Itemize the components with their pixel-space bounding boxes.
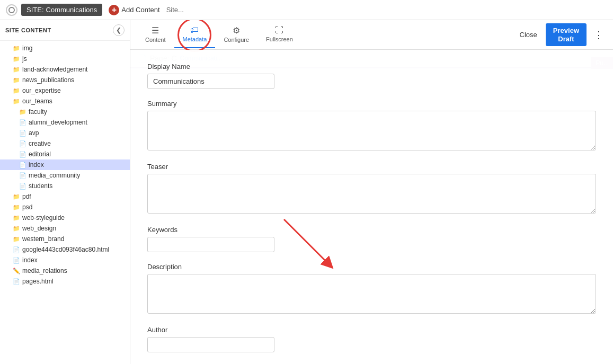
app-logo xyxy=(4,3,19,17)
sidebar-title: SITE CONTENT xyxy=(5,27,51,33)
sidebar-tree-item[interactable]: 📁web-styleguide xyxy=(0,212,130,223)
content-tab-icon: ☰ xyxy=(152,25,159,35)
sidebar: SITE CONTENT ❮ 📁img📁js📁land-acknowledgem… xyxy=(0,20,130,364)
summary-label: Summary xyxy=(147,100,596,108)
teaser-label: Teaser xyxy=(147,163,596,171)
add-content-label: Add Content xyxy=(121,6,159,14)
doc-icon: 📄 xyxy=(19,172,26,179)
keywords-input[interactable] xyxy=(147,237,274,252)
sidebar-tree-item[interactable]: 📄google4443cd093f46ac80.html xyxy=(0,244,130,255)
tree-item-label: media_community xyxy=(29,172,80,179)
sidebar-tree-item[interactable]: 📁our_teams xyxy=(0,96,130,106)
tab-metadata[interactable]: 🏷Metadata xyxy=(174,21,216,48)
tab-configure[interactable]: ⚙Configure xyxy=(215,21,257,48)
tree-item-label: news_publications xyxy=(22,76,74,84)
fullscreen-tab-label: Fullscreen xyxy=(266,36,293,42)
display-name-input[interactable] xyxy=(147,74,274,89)
site-prefix: SITE: xyxy=(26,6,44,14)
tree-item-label: psd xyxy=(22,203,32,211)
folder-icon: 📁 xyxy=(13,77,20,84)
author-label: Author xyxy=(147,326,596,334)
svg-point-1 xyxy=(9,7,14,13)
tree-item-label: editorial xyxy=(29,150,51,158)
sidebar-tree: 📁img📁js📁land-acknowledgement📁news_public… xyxy=(0,41,130,289)
file-icon: 📄 xyxy=(13,257,20,264)
sidebar-tree-item[interactable]: 📁our_expertise xyxy=(0,85,130,96)
sidebar-tree-item[interactable]: 📁js xyxy=(0,54,130,64)
doc-icon: 📄 xyxy=(19,140,26,147)
site-selector[interactable]: SITE: Communications xyxy=(21,4,102,16)
tree-item-label: creative xyxy=(29,140,51,147)
sidebar-tree-item[interactable]: 📄media_community xyxy=(0,170,130,181)
summary-textarea[interactable] xyxy=(147,111,596,150)
plus-icon: + xyxy=(109,5,119,15)
configure-tab-label: Configure xyxy=(224,37,249,43)
folder-icon: 📁 xyxy=(13,45,20,52)
tree-item-label: media_relations xyxy=(22,267,67,274)
sidebar-tree-item[interactable]: 📄students xyxy=(0,181,130,191)
doc-icon: 📄 xyxy=(19,130,26,137)
sidebar-tree-item[interactable]: 📄avp xyxy=(0,128,130,138)
folder-icon: 📁 xyxy=(13,56,20,63)
sidebar-tree-item[interactable]: 📁faculty xyxy=(0,106,130,117)
folder-icon: 📁 xyxy=(13,225,20,232)
sidebar-tree-item[interactable]: 📄alumni_development xyxy=(0,117,130,128)
toolbar-right: Close Preview Draft ⋮ xyxy=(516,23,607,46)
sidebar-tree-item[interactable]: 📁psd xyxy=(0,202,130,212)
sidebar-tree-item[interactable]: 📁land-acknowledgement xyxy=(0,64,130,75)
folder-icon: 📁 xyxy=(13,66,20,73)
tree-item-label: avp xyxy=(29,129,39,137)
tree-item-label: index xyxy=(22,256,38,264)
folder-icon: 📁 xyxy=(13,193,20,200)
description-label: Description xyxy=(147,263,596,271)
tree-item-label: pages.html xyxy=(22,278,54,285)
doc-icon: 📄 xyxy=(19,183,26,190)
tree-item-label: web_design xyxy=(22,225,56,232)
close-button[interactable]: Close xyxy=(516,29,541,41)
folder-icon: 📁 xyxy=(13,98,20,105)
author-input[interactable] xyxy=(147,337,274,352)
sidebar-tree-item[interactable]: 📁pdf xyxy=(0,191,130,202)
sidebar-tree-item[interactable]: 📄index xyxy=(0,255,130,265)
folder-icon: 📁 xyxy=(13,236,20,243)
tab-fullscreen[interactable]: ⛶Fullscreen xyxy=(257,21,301,48)
sidebar-tree-item[interactable]: 📄editorial xyxy=(0,149,130,159)
sidebar-tree-item[interactable]: 📁news_publications xyxy=(0,75,130,85)
site-link[interactable]: Site... xyxy=(166,6,184,14)
teaser-textarea[interactable] xyxy=(147,174,596,214)
tree-item-label: faculty xyxy=(29,108,47,116)
site-name: Communications xyxy=(46,6,97,14)
sidebar-header: SITE CONTENT ❮ xyxy=(0,20,130,41)
sidebar-collapse-button[interactable]: ❮ xyxy=(113,24,125,36)
sidebar-tree-item[interactable]: 📄pages.html xyxy=(0,276,130,287)
keywords-label: Keywords xyxy=(147,226,596,234)
author-group: Author xyxy=(147,326,596,352)
sidebar-tree-item[interactable]: ✏️media_relations xyxy=(0,265,130,276)
sidebar-tree-item[interactable]: 📁web_design xyxy=(0,223,130,234)
description-textarea[interactable] xyxy=(147,274,596,314)
description-group: Description xyxy=(147,263,596,315)
content-area: ☰Content🏷Metadata⚙Configure⛶Fullscreen C… xyxy=(130,20,613,364)
tree-item-label: img xyxy=(22,45,32,52)
sidebar-tree-item[interactable]: 📄creative xyxy=(0,138,130,149)
teaser-group: Teaser xyxy=(147,163,596,215)
tree-item-label: our_teams xyxy=(22,97,52,105)
content-toolbar: ☰Content🏷Metadata⚙Configure⛶Fullscreen C… xyxy=(130,20,613,50)
keywords-group: Keywords xyxy=(147,226,596,252)
tree-item-label: our_expertise xyxy=(22,87,61,94)
sidebar-tree-item[interactable]: 📁western_brand xyxy=(0,234,130,244)
content-tab-label: Content xyxy=(145,37,166,43)
sidebar-tree-item[interactable]: 📁img xyxy=(0,43,130,54)
more-options-button[interactable]: ⋮ xyxy=(591,27,607,43)
metadata-tab-icon: 🏷 xyxy=(190,25,199,35)
tab-content[interactable]: ☰Content xyxy=(137,21,174,48)
preview-draft-button[interactable]: Preview Draft xyxy=(546,23,587,46)
tree-item-label: students xyxy=(29,182,52,190)
sidebar-tree-item[interactable]: 📄index xyxy=(0,159,130,170)
top-bar: SITE: Communications + Add Content Site.… xyxy=(0,0,613,20)
folder-icon: 📁 xyxy=(13,215,20,221)
edit-icon: ✏️ xyxy=(13,268,20,274)
tree-item-label: google4443cd093f46ac80.html xyxy=(22,246,109,253)
add-content-button[interactable]: + Add Content xyxy=(104,3,164,17)
doc-icon: 📄 xyxy=(19,162,26,168)
